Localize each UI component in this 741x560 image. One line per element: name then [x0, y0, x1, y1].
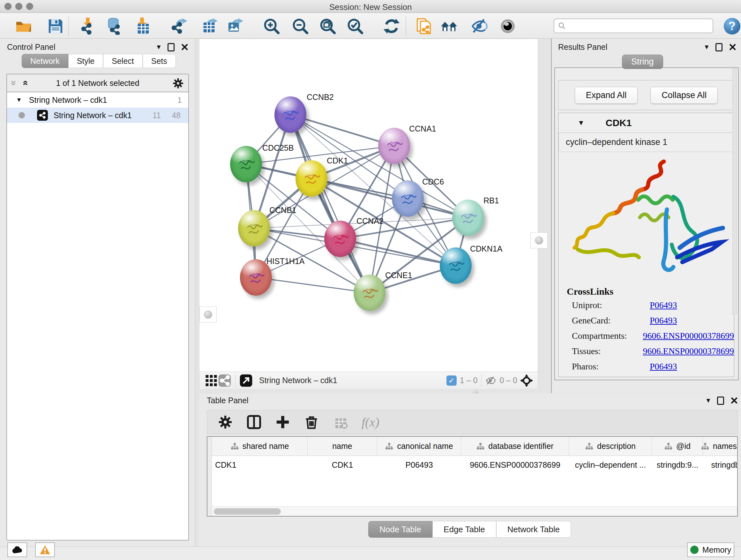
expand-all-button[interactable]: Expand All — [575, 87, 638, 104]
zoom-selected-icon[interactable] — [346, 17, 364, 36]
columns-icon[interactable] — [247, 415, 261, 429]
column-tree-icon — [585, 442, 593, 450]
result-card-header[interactable]: ▼ CDK1 — [558, 113, 734, 133]
open-folder-icon[interactable] — [14, 17, 33, 36]
right-splitter-handle[interactable] — [530, 233, 548, 248]
crosslinks-section: CrossLinks Uniprot:P06493GeneCard:P06493… — [558, 286, 734, 372]
import-network-icon[interactable] — [79, 17, 98, 36]
export-image-icon[interactable] — [226, 17, 245, 36]
column-header--id[interactable]: @id — [652, 437, 703, 455]
zoom-in-icon[interactable] — [262, 17, 281, 36]
network-options-gear-icon[interactable] — [172, 78, 184, 89]
tab-select[interactable]: Select — [103, 54, 142, 68]
crosslink-link[interactable]: P06493 — [650, 361, 677, 371]
panel-float-icon[interactable]: ▼ — [703, 44, 710, 51]
table-cell[interactable]: stringdb:9... — [652, 456, 703, 474]
hide-selected-icon[interactable] — [470, 17, 489, 36]
birds-eye-view-icon[interactable] — [205, 374, 218, 387]
help-button[interactable]: ? — [724, 18, 740, 35]
table-row[interactable]: CDK1CDK1P064939606.ENSP00000378699cyclin… — [212, 456, 738, 474]
zoom-fit-icon[interactable] — [319, 17, 337, 36]
collapse-all-button[interactable]: Collapse All — [650, 87, 718, 104]
network-canvas[interactable]: CCNB2 CCNA1 CDC25B CDK1 CDC6 RB1 CCNB1 C… — [199, 39, 538, 372]
table-cell[interactable]: P06493 — [377, 456, 461, 474]
panel-close-icon[interactable]: ✕ — [180, 44, 189, 51]
warnings-button[interactable] — [35, 543, 55, 557]
tab-node-table[interactable]: Node Table — [368, 521, 432, 538]
column-header-description[interactable]: description — [569, 437, 652, 455]
add-row-icon[interactable] — [275, 415, 290, 429]
tab-network[interactable]: Network — [22, 54, 68, 68]
network-node-cdkn1a[interactable] — [440, 247, 472, 284]
import-table-icon[interactable] — [133, 17, 152, 36]
network-row[interactable]: String Network – cdk1 11 48 — [7, 108, 188, 123]
import-network-database-icon[interactable] — [105, 17, 123, 36]
column-header-shared-name[interactable]: shared name — [212, 437, 308, 455]
table-cell[interactable]: cyclin–dependent ... — [569, 456, 652, 474]
clone-network-icon[interactable] — [414, 17, 433, 36]
crosslink-link[interactable]: P06493 — [650, 315, 677, 325]
cloud-services-button[interactable] — [7, 543, 27, 557]
delete-row-icon[interactable] — [304, 415, 319, 429]
panel-float-icon[interactable]: ▼ — [155, 44, 162, 51]
crosslink-link[interactable]: 9606.ENSP00000378699 — [643, 346, 734, 356]
table-gear-icon[interactable] — [218, 415, 232, 429]
network-node-ccna1[interactable] — [378, 128, 410, 164]
panel-close-icon[interactable]: ✕ — [730, 397, 738, 404]
open-in-browser-icon[interactable] — [239, 374, 253, 387]
search-input[interactable] — [566, 19, 713, 32]
refresh-icon[interactable] — [382, 17, 401, 36]
collection-caret-icon[interactable]: ▼ — [16, 97, 22, 104]
network-node-cdc25b[interactable] — [230, 146, 262, 182]
selected-checkbox-icon[interactable]: ✓ — [447, 375, 457, 386]
results-scrollbar[interactable] — [732, 69, 737, 314]
tab-sets[interactable]: Sets — [143, 54, 176, 68]
zoom-out-icon[interactable] — [291, 17, 310, 36]
table-hscrollbar[interactable] — [212, 506, 737, 516]
left-splitter-handle[interactable] — [199, 307, 217, 322]
network-node-ccne1[interactable] — [354, 274, 386, 311]
panel-maximize-icon[interactable] — [716, 43, 723, 51]
crosslink-link[interactable]: P06493 — [650, 300, 677, 310]
network-node-cdc6[interactable] — [392, 180, 424, 217]
memory-button[interactable]: Memory — [687, 543, 734, 557]
fit-content-crosshair-icon[interactable] — [520, 374, 533, 387]
crosslink-link[interactable]: 9606.ENSP00000378699 — [643, 331, 734, 341]
network-node-ccna2[interactable] — [324, 221, 356, 257]
node-label: CDK1 — [327, 156, 348, 165]
save-icon[interactable] — [46, 17, 65, 36]
network-collection-row[interactable]: ▼ String Network – cdk1 1 — [7, 92, 188, 108]
search-box[interactable] — [554, 18, 713, 33]
tab-edge-table[interactable]: Edge Table — [432, 521, 496, 538]
table-cell[interactable]: 9606.ENSP00000378699 — [461, 456, 569, 474]
collapse-caret-icon[interactable]: ▼ — [578, 119, 585, 127]
table-cell[interactable]: CDK1 — [308, 456, 377, 474]
tab-network-table[interactable]: Network Table — [496, 521, 571, 538]
column-header-namespac[interactable]: namespac — [703, 437, 738, 455]
export-network-icon[interactable] — [170, 17, 189, 36]
column-header-canonical-name[interactable]: canonical name — [377, 437, 461, 455]
result-node-description: cyclin–dependent kinase 1 — [558, 133, 734, 152]
table-cell[interactable]: CDK1 — [212, 456, 308, 474]
network-node-ccnb2[interactable] — [274, 97, 307, 133]
column-header-database-identifier[interactable]: database identifier — [461, 437, 569, 455]
first-neighbors-icon[interactable] — [440, 17, 458, 36]
delete-table-icon[interactable] — [333, 415, 347, 429]
node-table[interactable]: shared namename canonical name database … — [207, 436, 738, 516]
column-header-name[interactable]: name — [308, 437, 377, 455]
table-cell[interactable]: stringdb — [703, 456, 738, 474]
export-table-icon[interactable] — [200, 17, 219, 36]
tab-string[interactable]: String — [622, 55, 663, 69]
network-node-ccnb1[interactable] — [238, 210, 270, 246]
string-style-icon[interactable] — [218, 374, 231, 387]
show-hidden-icon[interactable] — [498, 17, 517, 36]
panel-float-icon[interactable]: ▼ — [705, 397, 711, 404]
panel-maximize-icon[interactable] — [167, 43, 175, 51]
network-node-rb1[interactable] — [452, 199, 484, 236]
network-node-cdk1[interactable] — [295, 160, 327, 197]
panel-close-icon[interactable]: ✕ — [728, 44, 737, 51]
tab-style[interactable]: Style — [68, 54, 104, 68]
warning-icon — [40, 545, 51, 555]
function-builder-icon[interactable]: f(x) — [361, 415, 380, 430]
panel-maximize-icon[interactable] — [717, 396, 724, 405]
